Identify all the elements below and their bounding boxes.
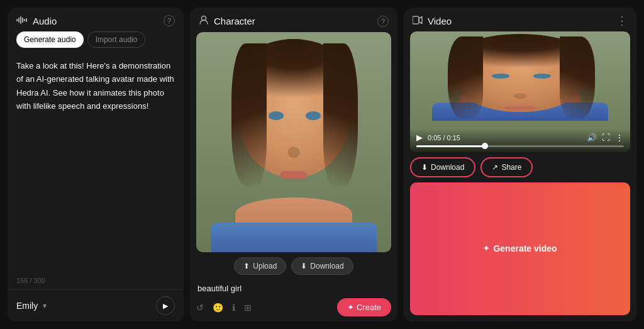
video-more-controls-icon[interactable]: ⋮ <box>615 133 624 143</box>
svg-rect-3 <box>22 18 23 23</box>
chevron-down-icon: ▾ <box>43 301 47 310</box>
audio-footer: Emily ▾ ▶ <box>8 289 184 321</box>
audio-panel-header: Audio ? <box>8 8 184 31</box>
download-icon-video: ⬇ <box>421 163 428 172</box>
audio-char-count: 166 / 300 <box>8 272 184 289</box>
audio-text-area[interactable]: Take a look at this! Here's a demonstrat… <box>16 54 175 272</box>
svg-rect-0 <box>16 19 18 21</box>
voice-name: Emily <box>16 301 38 311</box>
video-time-display: 0:05 / 0:15 <box>428 134 460 142</box>
character-tool-icons: ↺ 🙂 ℹ ⊞ <box>196 303 252 313</box>
upload-icon: ⬆ <box>243 262 250 270</box>
character-help-button[interactable]: ? <box>377 16 389 27</box>
emoji-icon[interactable]: 🙂 <box>213 303 223 313</box>
character-download-button[interactable]: ⬇ Download <box>291 257 353 275</box>
video-controls: ▶ 0:05 / 0:15 🔊 ⛶ ⋮ <box>410 129 630 152</box>
adjust-icon[interactable]: ⊞ <box>244 303 252 313</box>
generate-audio-tab[interactable]: Generate audio <box>16 31 84 48</box>
character-prompt-text: beautiful girl <box>196 284 391 293</box>
app-container: Audio ? Generate audio Import audio Take… <box>0 0 644 329</box>
audio-title: Audio <box>33 16 57 26</box>
character-panel: Character ? <box>190 8 397 321</box>
character-image-wrap <box>196 32 391 252</box>
video-progress-fill <box>416 145 485 147</box>
play-button[interactable]: ▶ <box>156 296 175 315</box>
character-panel-header: Character ? <box>190 8 397 32</box>
character-prompt-area: beautiful girl ↺ 🙂 ℹ ⊞ ✦ Create <box>190 280 397 321</box>
audio-panel: Audio ? Generate audio Import audio Take… <box>8 8 184 321</box>
upload-button[interactable]: ⬆ Upload <box>234 257 286 275</box>
play-video-icon[interactable]: ▶ <box>416 133 423 142</box>
video-download-button[interactable]: ⬇ Download <box>410 157 475 177</box>
refresh-icon[interactable]: ↺ <box>196 303 204 313</box>
fullscreen-icon[interactable]: ⛶ <box>602 133 610 142</box>
generate-video-label: Generate video <box>493 243 557 254</box>
volume-icon[interactable]: 🔊 <box>587 133 597 142</box>
svg-rect-1 <box>18 18 19 23</box>
video-icon <box>413 16 423 26</box>
audio-help-button[interactable]: ? <box>164 15 175 26</box>
person-icon <box>199 15 209 27</box>
audio-tabs: Generate audio Import audio <box>8 31 184 54</box>
video-panel: Video ⋮ ▶ <box>404 8 636 321</box>
video-time-row: ▶ 0:05 / 0:15 🔊 ⛶ ⋮ <box>416 133 624 143</box>
video-title: Video <box>428 16 452 26</box>
video-wrap: ▶ 0:05 / 0:15 🔊 ⛶ ⋮ <box>410 31 630 152</box>
audio-wave-icon <box>16 16 28 26</box>
character-title: Character <box>214 16 255 26</box>
create-button[interactable]: ✦ Create <box>337 298 391 316</box>
share-icon: ↗ <box>492 163 498 172</box>
video-share-button[interactable]: ↗ Share <box>480 157 533 177</box>
character-actions: ⬆ Upload ⬇ Download <box>190 257 397 280</box>
character-prompt-tools: ↺ 🙂 ℹ ⊞ ✦ Create <box>196 298 391 316</box>
video-more-button[interactable]: ⋮ <box>616 15 628 26</box>
svg-rect-5 <box>26 18 27 22</box>
video-action-row: ⬇ Download ↗ Share <box>404 157 636 182</box>
svg-rect-4 <box>24 19 25 21</box>
audio-text-content: Take a look at this! Here's a demonstrat… <box>16 59 175 113</box>
voice-selector[interactable]: Emily ▾ <box>16 301 47 311</box>
import-audio-tab[interactable]: Import audio <box>87 31 146 48</box>
svg-rect-2 <box>20 16 21 24</box>
video-panel-header: Video ⋮ <box>404 8 636 31</box>
download-icon: ⬇ <box>301 262 307 270</box>
info-icon[interactable]: ℹ <box>232 303 235 313</box>
svg-rect-7 <box>413 16 419 24</box>
sparkle-icon: ✦ <box>483 244 489 253</box>
play-icon: ▶ <box>163 302 168 310</box>
video-progress-bar[interactable] <box>416 145 624 147</box>
generate-video-button[interactable]: ✦ Generate video <box>410 182 630 316</box>
video-progress-dot <box>482 143 488 149</box>
